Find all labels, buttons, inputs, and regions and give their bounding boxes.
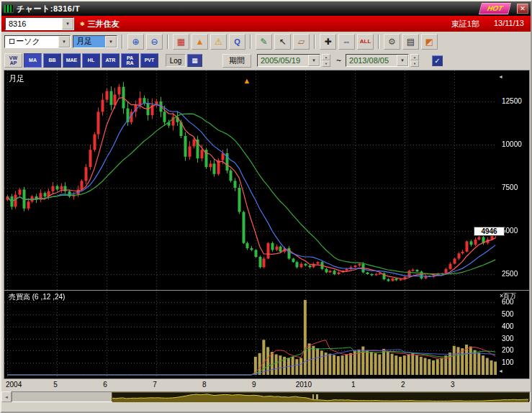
- indicator-button-para[interactable]: PA RA: [121, 53, 139, 68]
- indicator-button-hl[interactable]: HL: [82, 53, 100, 68]
- scroll-left-button[interactable]: ◄: [1, 391, 12, 402]
- volume-axis-label: 100: [502, 358, 514, 366]
- indicator-button-ma[interactable]: MA: [24, 53, 42, 68]
- price-axis-label: 12500: [502, 97, 522, 105]
- chart-type-value: ローソク: [5, 36, 58, 47]
- pane-divider[interactable]: [4, 290, 529, 291]
- x-axis-label: 5: [53, 381, 58, 389]
- cursor-mode-icon[interactable]: ↖: [274, 34, 291, 50]
- x-axis: 2004567892010123: [1, 379, 531, 391]
- spinner-up-icon[interactable]: ▲: [410, 54, 419, 60]
- toolbar-separator: [167, 35, 168, 49]
- stock-code-combo[interactable]: 8316 ▼: [5, 17, 74, 30]
- alert-icon[interactable]: ⚠: [210, 34, 227, 50]
- chart-type-combo[interactable]: ローソク ▼: [4, 35, 71, 48]
- spinner-up-icon[interactable]: ▲: [322, 54, 330, 60]
- chevron-down-icon[interactable]: ▼: [397, 55, 408, 66]
- x-axis-label: 2: [401, 381, 405, 389]
- date-from-spinner: ▲ ▼: [322, 54, 330, 67]
- window-title: チャート:8316/T: [17, 4, 477, 14]
- x-axis-label: 8: [202, 381, 207, 389]
- x-axis-label: 2004: [6, 381, 22, 389]
- price-axis-label: 7500: [502, 183, 518, 191]
- spinner-down-icon[interactable]: ▼: [410, 60, 419, 67]
- indicator-button-pvt[interactable]: PVT: [140, 53, 158, 68]
- volume-axis-label: 300: [502, 335, 514, 342]
- indicator-button-atr[interactable]: ATR: [102, 53, 120, 68]
- price-axis-label: 10000: [502, 140, 522, 148]
- zoom-in-icon[interactable]: ⊕: [127, 34, 144, 50]
- main-chart-canvas[interactable]: [4, 71, 497, 378]
- settings-icon[interactable]: ⚙: [384, 34, 400, 50]
- market-label: 東証1部: [451, 19, 479, 30]
- x-axis-label: 2010: [296, 381, 312, 389]
- x-axis-label: 3: [451, 381, 455, 389]
- date-label: 13/11/13: [494, 19, 524, 30]
- date-from-combo[interactable]: 2005/05/19 ▼: [257, 54, 320, 67]
- chart-scrollbar: ◄: [1, 391, 531, 402]
- date-to-combo[interactable]: 2013/08/05 ▼: [346, 54, 409, 67]
- chevron-down-icon[interactable]: ▼: [62, 18, 73, 30]
- volume-axis-label: 400: [502, 322, 514, 330]
- show-all-button[interactable]: ALL: [357, 34, 374, 50]
- event-marker-icon[interactable]: ▲: [243, 76, 251, 85]
- stock-code-value: 8316: [6, 19, 62, 28]
- toolbar-separator: [250, 35, 251, 49]
- hot-button[interactable]: HOT: [479, 3, 511, 14]
- close-button[interactable]: ✕: [517, 4, 528, 14]
- volume-pane-label: 売買高 (6 ,12 ,24): [9, 292, 65, 302]
- grid-toggle-icon[interactable]: ▦: [187, 54, 202, 67]
- indicator-button-vwap[interactable]: VW AP: [4, 53, 22, 68]
- date-to-value: 2013/08/05: [346, 56, 397, 65]
- compare-icon[interactable]: ▲: [191, 34, 208, 50]
- price-axis-label: 2500: [502, 270, 518, 278]
- x-axis-label: 9: [252, 381, 256, 389]
- print-icon[interactable]: ▤: [402, 34, 419, 50]
- title-bar: チャート:8316/T HOT ✕: [1, 1, 531, 16]
- indicator-button-bb[interactable]: BB: [43, 53, 61, 68]
- chevron-down-icon[interactable]: ▼: [105, 36, 117, 47]
- eraser-icon[interactable]: ▱: [293, 34, 310, 50]
- toolbar-separator: [378, 35, 379, 49]
- chevron-down-icon[interactable]: ▼: [308, 55, 320, 66]
- spinner-down-icon[interactable]: ▼: [322, 60, 330, 67]
- volume-axis-label: 200: [502, 346, 514, 354]
- zoom-out-icon[interactable]: ⊖: [146, 34, 163, 50]
- chevron-down-icon[interactable]: ▼: [58, 36, 70, 47]
- info-bar: 8316 ▼ ✱ 三井住友 東証1部 13/11/13: [1, 16, 531, 32]
- scrollbar-grip[interactable]: [312, 394, 318, 399]
- marker-icon: ✱: [80, 21, 85, 27]
- x-axis-label: 6: [103, 381, 107, 389]
- app-icon: [4, 4, 14, 13]
- timeframe-value: 月足: [73, 36, 105, 47]
- indicator-button-mae[interactable]: MAE: [63, 53, 81, 68]
- crosshair-icon[interactable]: ✚: [320, 34, 336, 50]
- range-icon[interactable]: ⇔: [338, 34, 355, 50]
- scrollbar-minimap[interactable]: [112, 393, 529, 402]
- pane-scale-arrow-icon[interactable]: ◄: [498, 74, 503, 79]
- stock-ident: ✱ 三井住友: [80, 19, 120, 30]
- toolbar-row-1: ローソク ▼ 月足 ▼ ⊕⊖▦▲⚠Q✎↖▱✚⇔ALL⚙▤◩: [1, 32, 531, 51]
- toolbar-row-2: VW APMABBMAEHLATRPA RAPVT Log ▦ 期間 2005/…: [1, 51, 531, 70]
- scrollbar-thumb[interactable]: [112, 392, 530, 401]
- toolbar-separator: [314, 35, 315, 49]
- toolbar-separator: [122, 35, 123, 49]
- x-axis-label: 7: [153, 381, 157, 389]
- apply-checkbox[interactable]: ✓: [432, 55, 443, 66]
- chart-style-icon[interactable]: ▦: [173, 34, 189, 50]
- draw-pencil-icon[interactable]: ✎: [256, 34, 272, 50]
- price-pane-label: 月足: [9, 73, 24, 84]
- period-button[interactable]: 期間: [222, 54, 251, 68]
- range-tilde: ~: [336, 55, 341, 65]
- volume-axis-label: 500: [502, 310, 514, 318]
- chart-area: 月足 売買高 (6 ,12 ,24) ×百万 4946 ▲ ◄ ◄ 125001…: [4, 70, 530, 379]
- log-scale-button[interactable]: Log: [166, 54, 186, 67]
- palette-icon[interactable]: ◩: [421, 34, 438, 50]
- scrollbar-track[interactable]: [12, 391, 531, 402]
- status-strip: [1, 402, 531, 412]
- chart-window: チャート:8316/T HOT ✕ 8316 ▼ ✱ 三井住友 東証1部 13/…: [0, 0, 532, 413]
- pane-scale-arrow-icon[interactable]: ◄: [498, 368, 503, 373]
- quote-info-icon[interactable]: Q: [229, 34, 245, 50]
- timeframe-combo[interactable]: 月足 ▼: [73, 35, 117, 48]
- stock-name: 三井住友: [88, 19, 120, 30]
